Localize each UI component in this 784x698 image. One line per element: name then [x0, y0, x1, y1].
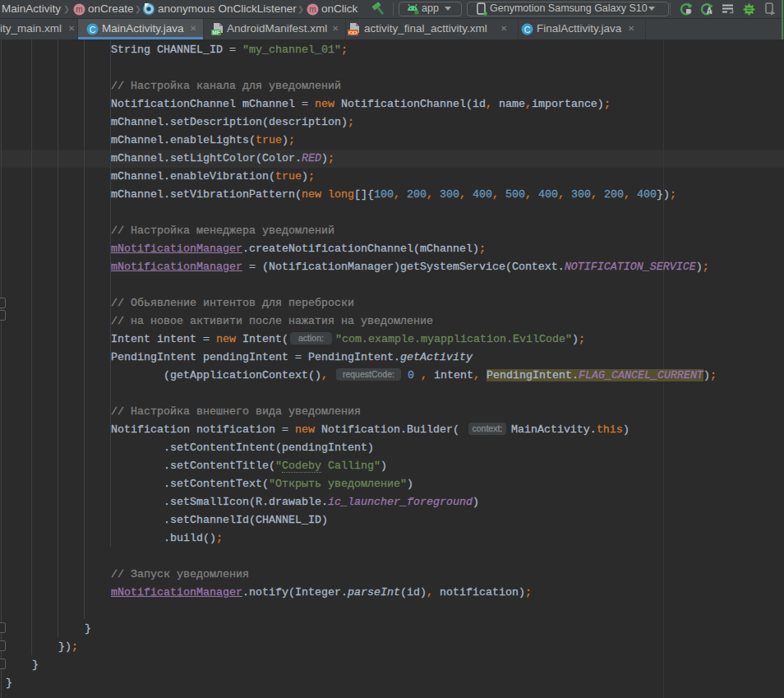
svg-text:MF: MF: [212, 30, 219, 35]
svg-text:m: m: [309, 5, 316, 14]
svg-text:<x>: <x>: [348, 30, 357, 35]
svg-text:A: A: [706, 7, 712, 16]
svg-text:C: C: [524, 25, 531, 35]
svg-text:m: m: [76, 5, 82, 14]
svg-text:C: C: [90, 25, 96, 35]
